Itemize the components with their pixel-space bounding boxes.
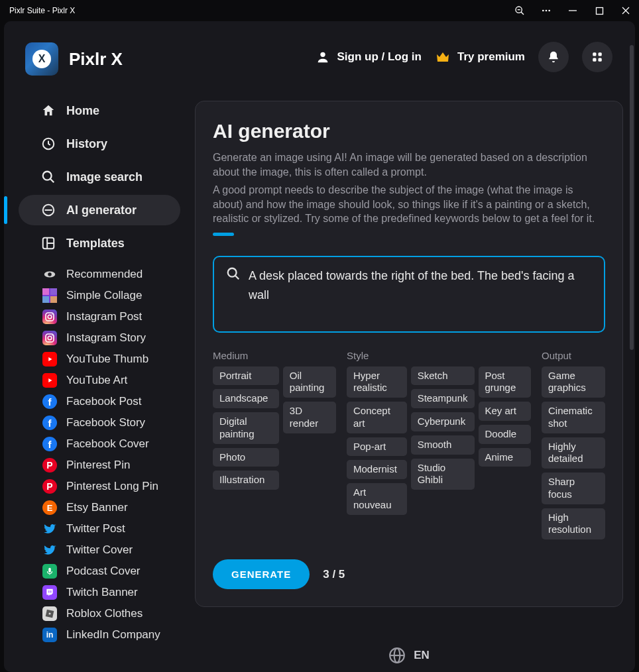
template-item-label: Pinterest Long Pin xyxy=(66,480,158,493)
template-item[interactable]: Instagram Story xyxy=(9,327,188,349)
twitch-icon xyxy=(42,585,57,600)
generate-button[interactable]: GENERATE xyxy=(213,559,310,589)
language-selector[interactable]: EN xyxy=(195,634,623,672)
tag-group-style: Style Hyper realisticConcept artPop-artM… xyxy=(347,350,531,540)
template-item-label: Instagram Post xyxy=(66,310,142,323)
tag-style[interactable]: Smooth xyxy=(411,435,475,455)
tag-medium[interactable]: Photo xyxy=(213,448,279,467)
nav-templates[interactable]: Templates xyxy=(19,228,180,258)
template-item-label: Twitter Post xyxy=(66,522,125,535)
prompt-input[interactable]: A desk placed towards the right of the b… xyxy=(213,256,605,333)
template-item[interactable]: PPinterest Pin xyxy=(9,455,188,476)
tag-style[interactable]: Art nouveau xyxy=(347,483,407,515)
tw-icon xyxy=(42,543,57,557)
template-item[interactable]: fFacebook Post xyxy=(9,391,188,412)
ig-icon xyxy=(42,331,57,345)
tag-style[interactable]: Sketch xyxy=(411,366,475,386)
nav-history-label: History xyxy=(66,137,107,151)
apps-button[interactable] xyxy=(582,42,612,72)
template-item-label: Facebook Cover xyxy=(66,437,149,451)
tag-medium[interactable]: Landscape xyxy=(213,389,279,408)
brand[interactable]: X Pixlr X xyxy=(9,36,188,86)
scrollbar[interactable] xyxy=(630,45,634,667)
tag-output[interactable]: Sharp focus xyxy=(542,473,605,504)
nav-image-search-label: Image search xyxy=(66,170,143,184)
template-item[interactable]: Recommended xyxy=(9,264,188,285)
template-item[interactable]: EEtsy Banner xyxy=(9,497,188,518)
tag-medium[interactable]: Illustration xyxy=(213,471,279,490)
nav-home[interactable]: Home xyxy=(19,95,180,126)
svg-rect-31 xyxy=(599,52,602,56)
svg-rect-30 xyxy=(593,52,596,56)
template-item-label: YouTube Art xyxy=(66,374,127,387)
signup-login-label: Sign up / Log in xyxy=(337,50,421,64)
yt-icon xyxy=(42,352,57,366)
template-item[interactable]: PPinterest Long Pin xyxy=(9,476,188,497)
tag-style[interactable]: Pop-art xyxy=(347,437,407,457)
svg-point-22 xyxy=(52,314,53,315)
tag-style[interactable]: Cyberpunk xyxy=(411,412,475,431)
nav-image-search[interactable]: Image search xyxy=(19,162,180,192)
tag-medium[interactable]: Portrait xyxy=(213,366,279,386)
brand-name: Pixlr X xyxy=(69,49,123,70)
svg-point-4 xyxy=(546,10,548,12)
svg-point-11 xyxy=(43,172,52,180)
template-item[interactable]: Twitter Post xyxy=(9,518,188,539)
more-icon[interactable] xyxy=(541,5,552,16)
tag-style[interactable]: Concept art xyxy=(347,402,407,433)
tag-medium[interactable]: Digital painting xyxy=(213,412,279,444)
template-item[interactable]: fFacebook Story xyxy=(9,412,188,433)
nav-ai-generator[interactable]: AI generator xyxy=(19,195,180,225)
tag-style[interactable]: Steampunk xyxy=(411,389,475,408)
history-icon xyxy=(41,137,56,151)
generation-count: 3 / 5 xyxy=(323,568,345,581)
li-icon: in xyxy=(42,628,57,642)
try-premium-label: Try premium xyxy=(457,50,525,64)
template-item-label: LinkedIn Company xyxy=(66,628,160,642)
template-item[interactable]: inLinkedIn Company xyxy=(9,624,188,645)
maximize-icon[interactable] xyxy=(594,5,605,16)
tag-medium[interactable]: Oil painting xyxy=(283,366,336,398)
template-item-label: Facebook Story xyxy=(66,416,145,429)
nav-history[interactable]: History xyxy=(19,129,180,159)
tag-style[interactable]: Anime xyxy=(479,448,531,467)
svg-rect-32 xyxy=(593,58,596,62)
nav: Home History Image search AI generator xyxy=(9,93,188,261)
template-item[interactable]: Twitter Cover xyxy=(9,539,188,561)
tag-output[interactable]: Highly detailed xyxy=(542,437,605,469)
signup-login-link[interactable]: Sign up / Log in xyxy=(316,50,421,64)
tag-output[interactable]: Cinematic shot xyxy=(542,402,605,433)
template-item[interactable]: Instagram Post xyxy=(9,306,188,327)
template-item[interactable]: fFacebook Cover xyxy=(9,433,188,455)
tag-output[interactable]: High resolution xyxy=(542,508,605,540)
tag-style[interactable]: Modernist xyxy=(347,460,407,479)
tag-section: Medium PortraitLandscapeDigital painting… xyxy=(213,350,605,540)
svg-rect-28 xyxy=(48,612,50,614)
tag-style[interactable]: Doodle xyxy=(479,425,531,444)
svg-point-5 xyxy=(548,10,550,12)
tag-output[interactable]: Game graphics xyxy=(542,366,605,398)
tag-medium[interactable]: 3D render xyxy=(283,402,336,433)
pin-icon: P xyxy=(42,479,57,494)
tag-style[interactable]: Key art xyxy=(479,402,531,421)
close-icon[interactable] xyxy=(620,5,631,16)
template-item[interactable]: Podcast Cover xyxy=(9,561,188,582)
template-item[interactable]: YouTube Thumb xyxy=(9,349,188,370)
notifications-button[interactable] xyxy=(538,42,569,72)
tag-style[interactable]: Studio Ghibli xyxy=(411,459,475,490)
accent-bar xyxy=(213,233,234,236)
minimize-icon[interactable] xyxy=(567,5,578,16)
templates-icon xyxy=(41,236,56,251)
tag-style[interactable]: Post grunge xyxy=(479,366,531,398)
panel-desc-2: A good prompt needs to describe the subj… xyxy=(213,183,605,226)
try-premium-link[interactable]: Try premium xyxy=(435,49,525,65)
template-item[interactable]: Simple Collage xyxy=(9,285,188,306)
collage-icon xyxy=(42,288,57,303)
window-titlebar: Pixlr Suite - Pixlr X xyxy=(0,0,639,21)
zoom-out-icon[interactable] xyxy=(514,5,525,16)
tag-style[interactable]: Hyper realistic xyxy=(347,366,407,398)
template-item[interactable]: Twitch Banner xyxy=(9,582,188,603)
bell-icon xyxy=(547,50,560,64)
template-item[interactable]: Roblox Clothes xyxy=(9,603,188,624)
template-item[interactable]: YouTube Art xyxy=(9,370,188,391)
